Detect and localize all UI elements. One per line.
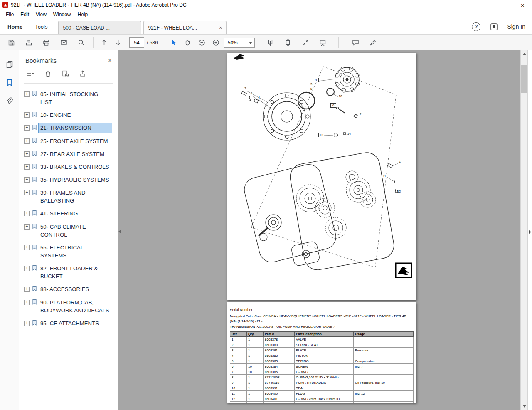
- bookmark-label[interactable]: 05- INITIAL STOCKING LIST: [39, 90, 112, 106]
- new-bookmark-icon[interactable]: [62, 70, 69, 79]
- bookmark-label[interactable]: 10- ENGINE: [39, 111, 112, 119]
- scroll-down-button[interactable]: [521, 403, 528, 410]
- bookmark-item[interactable]: +90- PLATFORM,CAB, BODYWORK AND DECALS: [19, 296, 118, 317]
- bookmarks-panel: Bookmarks × +05- INITIAL STOCKING LIST+1…: [19, 50, 119, 410]
- print-button[interactable]: [40, 37, 52, 49]
- restore-button[interactable]: [495, 0, 513, 10]
- bookmarks-panel-icon[interactable]: [5, 79, 14, 89]
- bookmark-label[interactable]: 39- FRAMES AND BALLASTING: [39, 188, 112, 205]
- bookmark-item[interactable]: +41- STEERING: [19, 207, 118, 220]
- document-tab[interactable]: 921F - WHEEL LOA...×: [143, 21, 227, 34]
- document-tab[interactable]: 500 - CASE LOAD ...: [58, 21, 141, 34]
- minimize-button[interactable]: [476, 0, 495, 10]
- email-button[interactable]: [57, 37, 70, 49]
- tab-home[interactable]: Home: [7, 24, 22, 30]
- bookmark-label[interactable]: 95- CE ATTACHMENTS: [39, 319, 112, 328]
- expand-plus-icon[interactable]: +: [24, 91, 30, 97]
- bookmark-label[interactable]: 41- STEERING: [39, 209, 112, 218]
- expand-plus-icon[interactable]: +: [24, 164, 30, 170]
- select-tool-button[interactable]: [167, 37, 180, 49]
- bookmark-options-icon[interactable]: [26, 70, 34, 79]
- help-icon[interactable]: ?: [472, 22, 480, 31]
- full-screen-button[interactable]: [299, 37, 312, 49]
- bookmark-label[interactable]: 33- BRAKES & CONTROLS: [39, 163, 112, 171]
- table-header-cell: Part Description: [295, 332, 354, 337]
- expand-plus-icon[interactable]: +: [24, 112, 30, 118]
- bookmark-label[interactable]: 25- FRONT AXLE SYSTEM: [39, 137, 112, 146]
- vertical-scrollbar[interactable]: [520, 50, 528, 410]
- bookmark-item[interactable]: +39- FRAMES AND BALLASTING: [19, 186, 118, 207]
- bookmark-item[interactable]: +50- CAB CLIMATE CONTROL: [19, 220, 118, 241]
- bookmark-item[interactable]: +95- CE ATTACHMENTS: [19, 317, 118, 330]
- menu-view[interactable]: View: [32, 10, 50, 19]
- panel-close-icon[interactable]: ×: [108, 57, 112, 64]
- expand-plus-icon[interactable]: +: [24, 245, 30, 250]
- bookmark-item[interactable]: +21- TRANSMISSION: [19, 121, 118, 134]
- expand-plus-icon[interactable]: +: [24, 224, 30, 230]
- bookmark-label[interactable]: 35- HYDRAULIC SYSTEMS: [39, 175, 112, 184]
- next-page-button[interactable]: [112, 37, 124, 49]
- page-number-input[interactable]: [129, 37, 144, 48]
- menu-edit[interactable]: Edit: [17, 10, 32, 19]
- expand-plus-icon[interactable]: +: [24, 138, 30, 144]
- table-cell: 1: [247, 342, 264, 348]
- menu-file[interactable]: File: [2, 10, 17, 19]
- expand-plus-icon[interactable]: +: [24, 190, 30, 195]
- save-button[interactable]: [5, 37, 17, 49]
- page-thumbnails-icon[interactable]: [5, 60, 14, 70]
- bookmark-item[interactable]: +27- REAR AXLE SYSTEM: [19, 148, 118, 161]
- highlight-button[interactable]: [367, 37, 379, 49]
- bookmark-item[interactable]: +88- ACCESSORIES: [19, 283, 118, 296]
- bookmark-item[interactable]: +05- INITIAL STOCKING LIST: [19, 88, 118, 109]
- scroll-up-button[interactable]: [521, 50, 528, 57]
- expand-plus-icon[interactable]: +: [24, 287, 30, 292]
- expand-plus-icon[interactable]: +: [24, 321, 30, 326]
- bookmark-label[interactable]: 21- TRANSMISSION: [39, 123, 112, 132]
- delete-bookmark-icon[interactable]: [44, 70, 52, 79]
- collapse-panel-handle[interactable]: [116, 225, 121, 238]
- share-button[interactable]: [22, 37, 35, 49]
- exploded-parts-diagram: 1234567891011121314: [227, 53, 416, 300]
- bookmark-label[interactable]: 90- PLATFORM,CAB, BODYWORK AND DECALS: [39, 298, 112, 315]
- zoom-dropdown[interactable]: 50%: [224, 38, 255, 48]
- presentation-mode-button[interactable]: [317, 37, 329, 49]
- comment-button[interactable]: [350, 37, 362, 49]
- search-button[interactable]: [75, 37, 87, 49]
- tools-panel-collapsed[interactable]: [527, 50, 532, 410]
- expand-plus-icon[interactable]: +: [24, 125, 30, 131]
- bookmark-label[interactable]: 88- ACCESSORIES: [39, 285, 112, 294]
- hand-tool-button[interactable]: [182, 37, 194, 49]
- bookmark-item[interactable]: +25- FRONT AXLE SYSTEM: [19, 135, 118, 148]
- tab-close-icon[interactable]: ×: [219, 25, 222, 30]
- bookmark-label[interactable]: 82- FRONT LOADER & BUCKET: [39, 264, 112, 281]
- bookmark-item[interactable]: +33- BRAKES & CONTROLS: [19, 161, 118, 173]
- expand-plus-icon[interactable]: +: [24, 151, 30, 157]
- notifications-icon[interactable]: [490, 22, 498, 31]
- sign-in-link[interactable]: Sign In: [507, 23, 525, 30]
- bookmark-label[interactable]: 27- REAR AXLE SYSTEM: [39, 150, 112, 158]
- menu-window[interactable]: Window: [50, 10, 74, 19]
- bookmark-item[interactable]: +55- ELECTRICAL SYSTEMS: [19, 241, 118, 262]
- zoom-in-button[interactable]: [210, 37, 222, 49]
- bookmark-item[interactable]: +82- FRONT LOADER & BUCKET: [19, 262, 118, 283]
- tab-tools[interactable]: Tools: [35, 24, 47, 30]
- previous-page-button[interactable]: [98, 37, 110, 49]
- menu-help[interactable]: Help: [74, 10, 91, 19]
- zoom-out-button[interactable]: [196, 37, 208, 49]
- bookmark-label[interactable]: 55- ELECTRICAL SYSTEMS: [39, 243, 112, 260]
- bookmark-item[interactable]: +10- ENGINE: [19, 109, 118, 121]
- document-area[interactable]: 1234567891011121314 Serial Number: Navig…: [118, 50, 520, 410]
- scrolling-mode-button[interactable]: [264, 37, 277, 49]
- export-bookmark-icon[interactable]: [79, 70, 86, 79]
- scrollbar-thumb[interactable]: [521, 65, 527, 93]
- bookmark-label[interactable]: 50- CAB CLIMATE CONTROL: [39, 222, 112, 239]
- attachments-icon[interactable]: [5, 97, 14, 107]
- expand-plus-icon[interactable]: +: [24, 211, 30, 216]
- bookmark-item[interactable]: +35- HYDRAULIC SYSTEMS: [19, 173, 118, 186]
- single-page-button[interactable]: [282, 37, 294, 49]
- close-button[interactable]: ×: [513, 0, 532, 10]
- table-cell: PUMP, HYDRAULIC: [295, 380, 354, 385]
- expand-plus-icon[interactable]: +: [24, 177, 30, 183]
- expand-plus-icon[interactable]: +: [24, 266, 30, 271]
- expand-plus-icon[interactable]: +: [24, 300, 30, 305]
